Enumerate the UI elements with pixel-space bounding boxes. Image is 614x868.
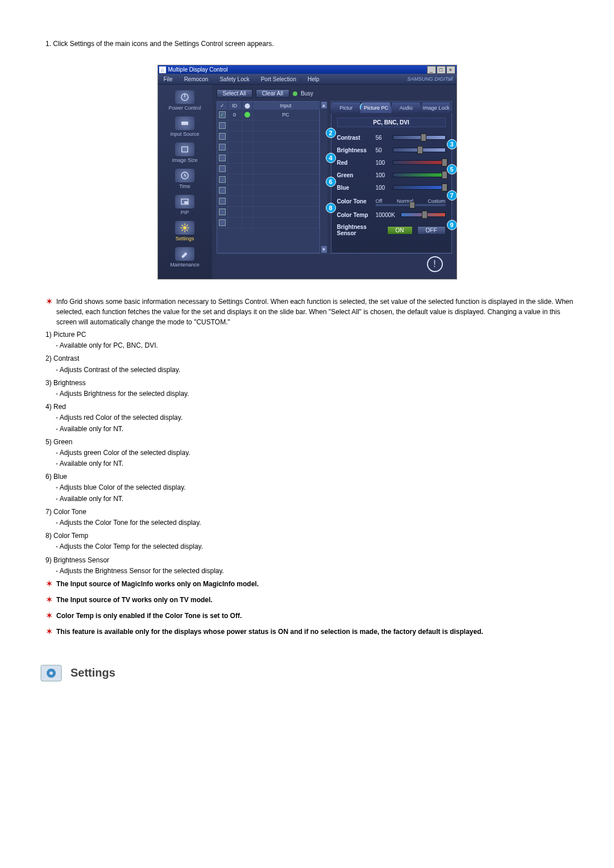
table-row[interactable]: 0 PC [217,110,320,120]
busy-label: Busy [301,90,313,97]
input-source-icon [175,116,194,130]
brightness-sensor-row: Brightness Sensor ON OFF [337,224,446,236]
info-grid: ✓ ID ⬤ Input 0 PC [217,101,320,253]
info-grid-note: ✶ Info Grid shows some basic information… [45,297,574,327]
tab-picture[interactable]: Pictur [330,102,363,113]
sidebar-item-maintenance[interactable]: Maintenance [158,247,212,268]
red-row: Red 100 [337,157,446,168]
callout-9: 9 [447,220,457,230]
list-item-title: 7) Color Tone [45,507,574,518]
star-notes: ✶The Input source of MagicInfo works onl… [45,579,574,640]
maximize-button[interactable]: □ [437,66,446,74]
list-item-detail: - Adjusts the Color Temp for the selecte… [56,541,574,552]
contrast-slider[interactable] [393,135,446,140]
star-icon: ✶ [45,609,53,623]
star-note-text: This feature is available only for the d… [56,627,483,640]
tab-image-lock[interactable]: Image Lock [420,102,453,113]
list-item-detail: - Available only for PC, BNC, DVI. [56,340,574,351]
list-item-detail: - Adjusts the Brightness Sensor for the … [56,566,574,577]
sidebar-label: Image Size [172,157,197,163]
menu-help[interactable]: Help [302,76,325,82]
window-title: Multiple Display Control [168,66,228,73]
sidebar-item-power-control[interactable]: Power Control [158,90,212,111]
list-item-detail: - Adjusts the Color Tone for the selecte… [56,518,574,528]
list-item-title: 4) Red [45,402,574,412]
list-item-title: 8) Color Temp [45,531,574,541]
callout-3: 3 [447,139,457,149]
sidebar-item-pip[interactable]: PIP [158,195,212,215]
sidebar-item-input-source[interactable]: Input Source [158,116,212,137]
blue-slider[interactable] [393,185,446,190]
menu-file[interactable]: File [158,76,179,82]
callout-8: 8 [326,203,336,213]
color-temp-slider[interactable] [401,212,446,217]
contrast-row: Contrast 56 [337,132,446,143]
color-tone-slider[interactable]: Off Normal Custom [376,198,446,204]
list-item-detail: - Adjusts blue Color of the selected dis… [56,482,574,493]
panel-subhead: PC, BNC, DVI [337,118,446,127]
svg-rect-2 [181,122,188,125]
list-item-title: 5) Green [45,437,574,448]
brightness-row: Brightness 50 [337,144,446,156]
list-item-detail: - Available only for NT. [56,424,574,435]
menu-port-selection[interactable]: Port Selection [255,76,302,82]
sidebar-label: Input Source [170,131,199,137]
time-icon [175,169,194,182]
app-icon: ⌂ [159,66,166,73]
sidebar-item-image-size[interactable]: Image Size [158,143,212,163]
numbered-list: 1) Picture PC- Available only for PC, BN… [45,329,574,577]
list-item-detail: - Available only for NT. [56,494,574,504]
tab-picture-pc[interactable]: Picture PC [360,102,392,113]
green-row: Green 100 [337,169,446,181]
tab-audio[interactable]: Audio [390,102,422,113]
list-item-title: 9) Brightness Sensor [45,555,574,566]
section-heading: Settings [40,663,574,683]
section-title: Settings [70,666,115,679]
scroll-down-icon[interactable]: ▼ [321,245,327,253]
menu-remocon[interactable]: Remocon [179,76,214,82]
grid-scrollbar[interactable]: ▲ ▼ [320,101,327,253]
brand-label: SAMSUNG DIGITall [401,76,456,82]
list-item-detail: - Adjusts Brightness for the selected di… [56,389,574,399]
col-check[interactable]: ✓ [217,102,228,110]
color-tone-row: Color Tone Off Normal Custom [337,195,446,207]
red-slider[interactable] [393,160,446,165]
menu-safety-lock[interactable]: Safety Lock [214,76,255,82]
sidebar-label: Maintenance [170,262,200,268]
list-item-title: 3) Brightness [45,378,574,389]
cell-id: 0 [228,110,242,120]
intro-text: 1. Click Settings of the main icons and … [45,40,574,48]
select-all-button[interactable]: Select All [217,89,252,98]
sidebar-label: Time [179,183,190,189]
green-slider[interactable] [393,173,446,177]
sensor-off-button[interactable]: OFF [417,226,446,235]
menu-bar: File Remocon Safety Lock Port Selection … [158,74,457,85]
list-item-detail: - Adjusts green Color of the selected di… [56,448,574,458]
col-status[interactable]: ⬤ [242,102,253,110]
settings-panel: Pictur Picture PC Audio Image Lock PC, B… [331,101,452,253]
callout-2: 2 [326,128,336,138]
blue-row: Blue 100 [337,182,446,193]
toolbar: Select All Clear All Busy [217,89,452,98]
sidebar-item-time[interactable]: Time [158,169,212,189]
star-note-text: Color Temp is only enabled if the Color … [56,611,242,624]
star-icon: ✶ [45,625,53,639]
svg-point-7 [183,226,186,229]
sidebar-label: Power Control [168,105,201,111]
sensor-on-button[interactable]: ON [387,226,413,235]
minimize-button[interactable]: _ [427,66,436,74]
callout-4: 4 [326,153,336,163]
brightness-slider[interactable] [393,148,446,152]
scroll-up-icon[interactable]: ▲ [321,101,327,109]
power-icon [175,90,194,104]
star-icon: ✶ [45,295,53,326]
list-item-detail: - Adjusts Contrast of the selected displ… [56,365,574,375]
gear-icon [175,221,194,235]
sidebar-item-settings[interactable]: Settings [158,221,212,241]
close-button[interactable]: × [446,66,455,74]
col-input[interactable]: Input [253,102,320,110]
col-id[interactable]: ID [228,102,242,110]
checkbox-icon[interactable] [219,111,226,118]
sidebar-label: PIP [181,210,189,215]
clear-all-button[interactable]: Clear All [256,89,289,98]
